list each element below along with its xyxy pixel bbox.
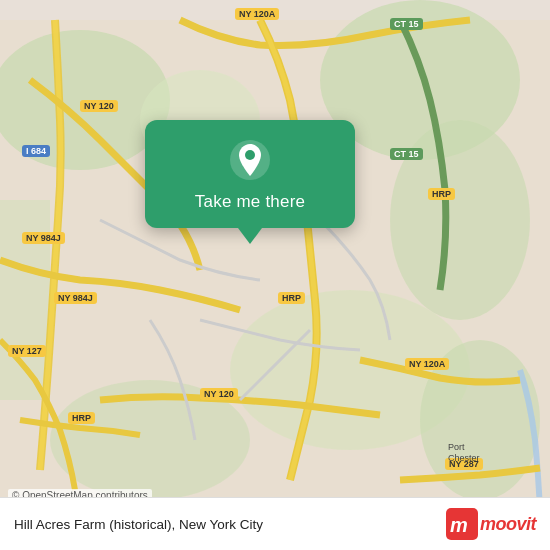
road-label-ny984j-mid: NY 984J	[54, 292, 97, 304]
road-label-ct15-mid: CT 15	[390, 148, 423, 160]
road-label-ny127: NY 127	[8, 345, 46, 357]
road-label-ny984j-left: NY 984J	[22, 232, 65, 244]
road-label-ny120-bot: NY 120	[200, 388, 238, 400]
map-container: NY 120A CT 15 NY 120 I 684 CT 15 HRP NY …	[0, 0, 550, 550]
popup-card: Take me there	[145, 120, 355, 228]
moovit-text-label: moovit	[480, 514, 536, 535]
road-label-ny120a-bot: NY 120A	[405, 358, 449, 370]
moovit-logo[interactable]: m moovit	[446, 508, 536, 540]
road-label-hrp-mid: HRP	[278, 292, 305, 304]
location-label: Hill Acres Farm (historical), New York C…	[14, 517, 263, 532]
road-label-i684: I 684	[22, 145, 50, 157]
take-me-there-button[interactable]: Take me there	[195, 192, 305, 212]
bottom-bar: Hill Acres Farm (historical), New York C…	[0, 497, 550, 550]
road-label-port-chester: PortChester	[448, 442, 480, 464]
road-label-hrp-bot: HRP	[68, 412, 95, 424]
svg-point-10	[245, 150, 255, 160]
road-label-hrp-right: HRP	[428, 188, 455, 200]
location-pin-icon	[228, 138, 272, 182]
road-label-ny120a-top: NY 120A	[235, 8, 279, 20]
moovit-m-icon: m	[446, 508, 478, 540]
svg-text:m: m	[450, 514, 468, 536]
road-label-ny120-left: NY 120	[80, 100, 118, 112]
road-label-ct15-top: CT 15	[390, 18, 423, 30]
